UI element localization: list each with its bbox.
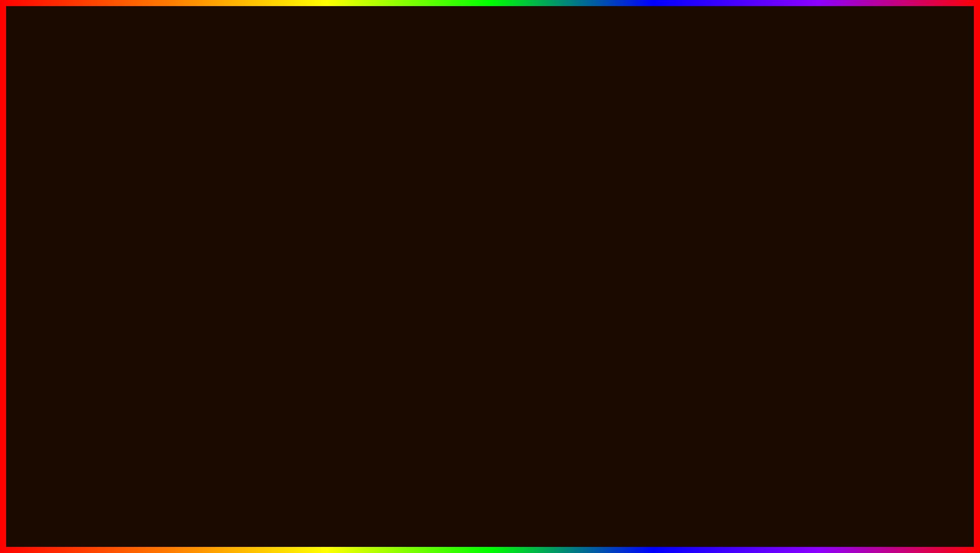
x7-autofarm-header: \\ Auto Farm // ✕ <box>194 226 259 233</box>
shx-auto-farm-row: Auto Farm ✓ <box>712 175 923 186</box>
zh-sidebar-teleport[interactable]: 👤 Teleport <box>656 278 699 293</box>
x7-divider4 <box>262 284 326 285</box>
wkl-config-left-title: || Config Left -|| <box>185 165 300 174</box>
zh-auto-farm-checkbox[interactable]: ✓ <box>912 249 919 256</box>
zh-skill-z-row: Z | Skill Z ✓ <box>704 285 923 297</box>
x7-autofarm-level-toggle[interactable] <box>245 236 259 243</box>
wkl-label-no-quest: Auto Farm Level (No Quest) <box>70 185 140 191</box>
x7-sidebar-automatics[interactable]: Automatics <box>151 239 191 251</box>
wkl-select-monster-label: Select Monster <box>69 210 110 217</box>
x7-sword-arrow[interactable]: < <box>323 236 326 241</box>
wkl-menu-ra[interactable]: • Ra <box>265 151 282 159</box>
wkl-select-weapon-label: Select Weapon - Muramasa <box>193 177 269 184</box>
x7-minimize-btn[interactable]: — <box>308 214 315 221</box>
x7-select-bosses-row: Select Bosses < <box>194 292 259 298</box>
zh-skill-z-checkbox[interactable]: ✓ <box>912 287 919 294</box>
wkl-menu-config[interactable]: • Config • <box>91 151 120 159</box>
x7-skill-z-toggle[interactable] <box>312 296 326 303</box>
wkl-divider1 <box>61 194 176 195</box>
shx-auto-new-world-row: Auto New World <box>712 190 923 201</box>
x7-sea-beast-label: Sea Beast : Not Spawn <box>194 321 247 326</box>
shx-sidebar-main[interactable]: 🏠 Main <box>661 162 706 177</box>
bottom-script: SCRIPT <box>414 482 618 538</box>
x7-auto-haki-toggle[interactable] <box>312 274 326 282</box>
wkl-row-no-quest: Auto Farm Level (No Quest) <box>61 185 176 191</box>
wkl-menu-teleport[interactable]: • Teleport • <box>202 151 235 159</box>
x7-sidebar-devil-fruit[interactable]: Devil Fruit <box>151 262 191 274</box>
zh-close-checkbox[interactable]: ✓ <box>915 217 923 225</box>
shx-title: Speed Hub X <box>667 146 711 154</box>
x7-divider1 <box>194 263 259 263</box>
x7-auto-haki-row: Auto Haki <box>262 274 326 282</box>
zh-auto-new-world-checkbox[interactable] <box>912 264 919 271</box>
zh-sidebar-main2-label: Main 2 <box>671 252 686 258</box>
character-image: KINGLEGACY <box>845 403 927 497</box>
zh-sidebar-sea-monster[interactable]: 👤 Sea Monster <box>656 308 699 326</box>
shx-auto-new-world-checkbox[interactable] <box>914 191 923 200</box>
x7-sidebar-players[interactable]: Players <box>151 251 191 262</box>
x7-select-bosses-arrow[interactable]: < <box>256 292 259 298</box>
x7-new-world-dot[interactable] <box>253 254 259 260</box>
shx-sidebar-teleport[interactable]: 📍 Teleport <box>661 192 706 208</box>
wkl-select-monster-icon <box>61 210 67 216</box>
zh-sea-monster-icon: 👤 <box>660 313 668 321</box>
x7-distance-input[interactable] <box>314 252 326 260</box>
zh-sidebar-raid[interactable]: 👤 Raid <box>656 293 699 308</box>
x7-essentials-header: \\ Essentials // ✕ <box>194 311 259 318</box>
shx-auto-farm-input[interactable] <box>743 175 911 186</box>
title-container: KING LEGACY <box>0 10 980 112</box>
x7-sea-beast-row: Sea Beast : Not Spawn <box>194 321 259 326</box>
wkl-checkbox-no-quest[interactable] <box>61 185 67 191</box>
zh-content: Main Z | Auto Farm ✓ Z | Auto New World … <box>699 228 928 345</box>
x7-skill-c-row: Skill C <box>262 315 326 321</box>
x7-divider3 <box>262 262 326 263</box>
wkl-menu-shop[interactable]: • Shop • <box>237 151 263 159</box>
shx-sidebar-teleport-label: Teleport <box>676 197 696 203</box>
wkl-menu: • Home • • Config • • Farming • • Stat P… <box>57 149 304 161</box>
x7-edit-btn[interactable]: ✎ <box>298 214 305 221</box>
wkl-label-monster-quest: Auto Farm Select Monster (Quest) <box>70 219 155 225</box>
zh-sidebar-main2[interactable]: 👤 Main 2 <box>656 247 699 262</box>
x7-divider2 <box>194 308 259 309</box>
x7-behind-arrow[interactable]: < <box>323 244 326 250</box>
x7-new-world-label: Auto Farm New World <box>194 255 244 260</box>
x7-sidebar-general[interactable]: General <box>151 227 191 239</box>
wkl-menu-home[interactable]: • Home • <box>61 151 89 159</box>
wkl-checkbox-quest[interactable]: ✓ <box>61 177 67 183</box>
x7-body: General Automatics Players Devil Fruit M… <box>151 223 329 332</box>
x7-auto-farm-boss-dot[interactable] <box>253 275 259 281</box>
x7-skill-c-dot[interactable] <box>320 315 326 321</box>
x7-auto-farm-boss-label: Auto Farm Boss <box>194 275 231 281</box>
x7-sidebar-credits[interactable]: Credits <box>151 286 191 297</box>
wkl-row-quest: ✓ Auto Farm Level (Quest) <box>61 177 176 183</box>
x7-sidebar-miscellaneous[interactable]: Miscellaneous <box>151 274 191 286</box>
zh-skill-section-label: Skill <box>704 276 923 283</box>
wkl-menu-stat[interactable]: • Stat Player • <box>159 151 200 159</box>
zh-sidebar-sea-farm[interactable]: 👤 Sea Farm <box>656 326 699 341</box>
wkl-main-farming-title: || Main Farming -|| <box>61 165 176 174</box>
zh-main2-icon: 👤 <box>660 251 668 259</box>
zh-auto-new-world-label: | Auto New World <box>721 264 912 270</box>
zh-teleport-icon: 👤 <box>660 281 668 289</box>
x7-sword-row: Sword < <box>262 236 326 241</box>
wkl-label-quest: Auto Farm Level (Quest) <box>70 177 131 183</box>
x7-skill-x-dot[interactable] <box>320 306 326 312</box>
wkl-refresh-weapon-btn[interactable]: Refresh Weapon <box>185 186 300 195</box>
wkl-checkbox-monster-no-quest[interactable] <box>61 227 67 233</box>
zh-sidebar-stat[interactable]: 👤 Stat <box>656 262 699 278</box>
wkl-farm-type-dropdown[interactable]: Select Farm Type - Above <box>185 197 300 205</box>
zh-sidebar-main[interactable]: 👤 Main <box>656 232 699 247</box>
shx-auto-new-world-input[interactable] <box>757 190 911 201</box>
wkl-menu-farming[interactable]: • Farming • <box>122 151 157 159</box>
x7-with-quest-dot[interactable] <box>253 246 259 252</box>
x7-close-btn[interactable]: ✕ <box>318 214 325 221</box>
zh-auto-farm-label: | Auto Farm <box>721 249 912 255</box>
x7-auto-all-boss-dot[interactable] <box>253 284 259 290</box>
zh-sidebar-raid-label: Raid <box>671 298 681 303</box>
wkl-monster-title: || Auto Farm Select Monster -|| <box>61 198 176 206</box>
shx-sidebar-stats[interactable]: 📊 Stats <box>661 177 706 192</box>
x7-skill-x-row: Skill X <box>262 306 326 312</box>
zh-sidebar-sea-monster-label: Sea Monster <box>671 312 695 323</box>
shx-auto-farm-checkbox[interactable]: ✓ <box>914 176 923 185</box>
wkl-checkbox-monster-quest[interactable] <box>61 219 67 225</box>
